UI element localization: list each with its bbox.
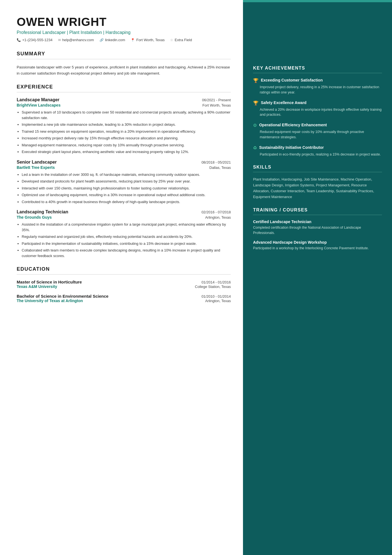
achievement-1: 🏆 Exceeding Customer Satisfaction Improv… <box>253 78 382 95</box>
edu-header-1: Master of Science in Horticulture 01/201… <box>17 280 231 284</box>
job-bullets-3: Assisted in the installation of a compre… <box>17 222 231 258</box>
achievement-title-row-4: ♻ Sustainability Initiative Contributor <box>253 145 382 151</box>
edu-header-2: Bachelor of Science in Environmental Sci… <box>17 294 231 299</box>
achievement-icon-3: ⚙ <box>253 123 257 128</box>
achievement-3: ⚙ Operational Efficiency Enhancement Red… <box>253 122 382 140</box>
job-header-1: Landscape Manager 06/2021 - Present <box>17 97 231 102</box>
linkedin-icon: 🔗 <box>100 38 104 42</box>
education-divider <box>17 274 231 275</box>
training-course-desc-1: Completed certification through the Nati… <box>253 225 382 236</box>
achievement-4: ♻ Sustainability Initiative Contributor … <box>253 145 382 157</box>
email-contact: ✉ help@enhancv.com <box>58 38 94 42</box>
job-item-3: Landscaping Technician 02/2016 - 07/2018… <box>17 209 231 258</box>
email-icon: ✉ <box>58 38 61 42</box>
job-header-2: Senior Landscaper 08/2018 - 05/2021 <box>17 160 231 165</box>
training-course-title-1: Certified Landscape Technician <box>253 219 382 224</box>
bullet-item: Managed equipment maintenance, reducing … <box>22 142 231 148</box>
training-title: TRAINING / COURSES <box>253 208 382 213</box>
edu-school-row-2: The University of Texas at Arlington Arl… <box>17 299 231 303</box>
job-location-2: Dallas, Texas <box>209 166 231 170</box>
experience-divider <box>17 92 231 92</box>
bullet-item: Assisted in the installation of a compre… <box>22 222 231 233</box>
training-item-1: Certified Landscape Technician Completed… <box>253 219 382 236</box>
resume-header: OWEN WRIGHT Professional Landscaper | Pl… <box>17 16 231 42</box>
achievement-title-row-1: 🏆 Exceeding Customer Satisfaction <box>253 78 382 83</box>
bullet-item: Executed strategic plant layout plans, e… <box>22 149 231 155</box>
right-column: KEY ACHIEVEMENTS 🏆 Exceeding Customer Sa… <box>243 2 392 555</box>
skills-divider <box>253 172 382 172</box>
achievement-icon-4: ♻ <box>253 145 257 151</box>
achievement-desc-4: Participated in eco-friendly projects, r… <box>260 152 382 157</box>
job-title-3: Landscaping Technician <box>17 209 68 214</box>
edu-degree-1: Master of Science in Horticulture <box>17 280 82 284</box>
linkedin-value: linkedin.com <box>105 38 125 42</box>
achievement-2: 🏆 Safety Excellence Award Achieved a 20%… <box>253 100 382 118</box>
achievement-desc-1: Improved project delivery, resulting in … <box>260 85 382 95</box>
job-location-1: Fort Worth, Texas <box>202 103 231 107</box>
job-bullets-1: Supervised a team of 10 landscapers to c… <box>17 110 231 155</box>
bullet-item: Trained 15 new employees on equipment op… <box>22 129 231 134</box>
bullet-item: Participated in the implementation of su… <box>22 241 231 246</box>
experience-title: EXPERIENCE <box>17 84 231 90</box>
email-value: help@enhancv.com <box>62 38 94 42</box>
edu-item-2: Bachelor of Science in Environmental Sci… <box>17 294 231 303</box>
job-item-2: Senior Landscaper 08/2018 - 05/2021 Bart… <box>17 160 231 205</box>
bullet-item: Collaborated with team members to execut… <box>22 248 231 258</box>
summary-divider <box>17 59 231 59</box>
edu-location-2: Arlington, Texas <box>205 299 231 303</box>
achievements-divider <box>253 73 382 73</box>
extra-field-contact: ☆ Extra Field <box>170 38 192 42</box>
job-dates-2: 08/2018 - 05/2021 <box>202 160 231 164</box>
achievement-title-1: Exceeding Customer Satisfaction <box>261 78 323 83</box>
summary-section: SUMMARY Passionate landscaper with over … <box>17 51 231 76</box>
edu-item-1: Master of Science in Horticulture 01/201… <box>17 280 231 289</box>
job-company-3: The Grounds Guys <box>17 215 52 219</box>
job-header-3: Landscaping Technician 02/2016 - 07/2018 <box>17 209 231 214</box>
edu-school-1: Texas A&M University <box>17 284 57 289</box>
achievement-title-4: Sustainability Initiative Contributor <box>259 145 324 150</box>
summary-text: Passionate landscaper with over 5 years … <box>17 64 231 76</box>
job-company-row-3: The Grounds Guys Arlington, Texas <box>17 215 231 219</box>
job-dates-3: 02/2016 - 07/2018 <box>202 210 231 214</box>
bullet-item: Contributed to a 40% growth in repeat bu… <box>22 199 231 205</box>
job-dates-1: 06/2021 - Present <box>202 98 231 102</box>
job-company-row-2: Bartlett Tree Experts Dallas, Texas <box>17 165 231 170</box>
skills-text: Plant Installation, Hardscaping, Job Sit… <box>253 177 382 200</box>
achievement-title-row-2: 🏆 Safety Excellence Award <box>253 100 382 106</box>
education-section: EDUCATION Master of Science in Horticult… <box>17 266 231 303</box>
achievement-title-2: Safety Excellence Award <box>261 100 306 105</box>
achievement-icon-2: 🏆 <box>253 100 259 106</box>
edu-school-2: The University of Texas at Arlington <box>17 299 83 303</box>
job-bullets-2: Led a team in the installation of over 3… <box>17 172 231 205</box>
extra-field-value: Extra Field <box>175 38 192 42</box>
edu-degree-2: Bachelor of Science in Environmental Sci… <box>17 294 108 299</box>
education-title: EDUCATION <box>17 266 231 272</box>
location-contact: 📍 Fort Worth, Texas <box>131 38 165 42</box>
job-title-1: Landscape Manager <box>17 97 59 102</box>
edu-school-row-1: Texas A&M University College Station, Te… <box>17 284 231 289</box>
training-divider <box>253 215 382 215</box>
linkedin-contact: 🔗 linkedin.com <box>100 38 125 42</box>
candidate-name: OWEN WRIGHT <box>17 16 231 28</box>
achievement-title-row-3: ⚙ Operational Efficiency Enhancement <box>253 122 382 128</box>
bullet-item: Optimized use of landscaping equipment, … <box>22 192 231 198</box>
skills-title: SKILLS <box>253 165 382 170</box>
job-title-2: Senior Landscaper <box>17 160 57 165</box>
training-course-title-2: Advanced Hardscape Design Workshop <box>253 240 382 245</box>
bullet-item: Supervised a team of 10 landscapers to c… <box>22 110 231 120</box>
candidate-title: Professional Landscaper | Plant Installa… <box>17 30 231 35</box>
bullet-item: Interacted with over 150 clients, mainta… <box>22 186 231 191</box>
job-item-1: Landscape Manager 06/2021 - Present Brig… <box>17 97 231 155</box>
location-icon: 📍 <box>131 38 135 42</box>
summary-title: SUMMARY <box>17 51 231 57</box>
experience-section: EXPERIENCE Landscape Manager 06/2021 - P… <box>17 84 231 258</box>
job-company-row-1: BrightView Landscapes Fort Worth, Texas <box>17 103 231 107</box>
achievement-desc-2: Achieved a 20% decrease in workplace inj… <box>260 107 382 118</box>
phone-contact: 📞 +1-(234)-555-1234 <box>17 38 53 42</box>
star-icon: ☆ <box>170 38 173 42</box>
bullet-item: Developed standard protocols for plant h… <box>22 179 231 184</box>
achievement-icon-1: 🏆 <box>253 78 259 83</box>
training-item-2: Advanced Hardscape Design Workshop Parti… <box>253 240 382 251</box>
contact-info: 📞 +1-(234)-555-1234 ✉ help@enhancv.com 🔗… <box>17 38 231 42</box>
achievement-desc-3: Reduced equipment repair costs by 10% an… <box>260 129 382 140</box>
